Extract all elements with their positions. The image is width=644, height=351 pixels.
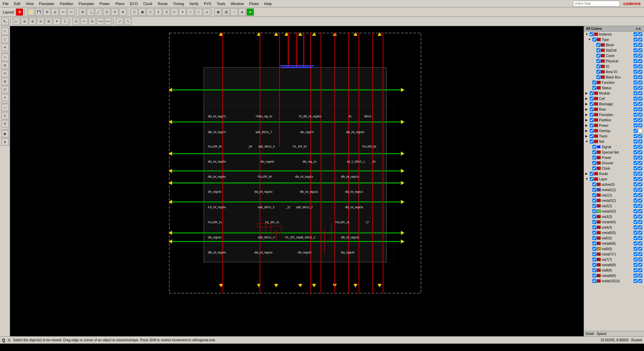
sb-b3[interactable]: ⊟ [1, 70, 9, 77]
check-blockage[interactable] [590, 102, 594, 106]
vis-via4[interactable] [634, 225, 638, 229]
sel-net-power[interactable] [638, 156, 642, 160]
tree-clock-net[interactable]: ▶ Clock [584, 166, 644, 171]
sel-cover[interactable] [638, 54, 642, 58]
tree-via5[interactable]: ▶ via5(5) [584, 235, 644, 241]
tree-net[interactable]: ▼ Net [584, 139, 644, 144]
vis-function[interactable] [634, 80, 638, 84]
tb2-b9[interactable]: ✂ [80, 18, 88, 25]
tree-function[interactable]: ▶ Function [584, 80, 644, 85]
vis-via2[interactable] [634, 204, 638, 208]
menu-edit[interactable]: Edit [11, 1, 23, 6]
sel-active[interactable] [638, 182, 642, 186]
sel-blockage[interactable] [638, 102, 642, 106]
sel-specialnet[interactable] [638, 150, 642, 154]
tb-route1[interactable]: ⊹ [195, 8, 202, 16]
check-via7[interactable] [592, 257, 596, 261]
check-cell[interactable] [590, 97, 594, 101]
expander-route[interactable]: ▶ [585, 172, 589, 175]
sel-cell[interactable] [638, 97, 642, 101]
vis-specialnet[interactable] [634, 150, 638, 154]
check-status[interactable] [592, 86, 596, 90]
tb-green[interactable]: ● [247, 8, 254, 16]
menu-pvs[interactable]: PVS [201, 1, 214, 6]
vis-module[interactable] [634, 91, 638, 95]
tb-undo[interactable]: ↩ [59, 8, 67, 16]
vis-status[interactable] [634, 86, 638, 90]
tb-view1[interactable]: ▦ [214, 8, 222, 16]
check-module[interactable] [590, 91, 594, 95]
tb-fit[interactable]: ⊞ [79, 8, 86, 16]
vis-metal7[interactable] [634, 252, 638, 256]
vis-net[interactable] [634, 139, 638, 143]
menu-verify[interactable]: Verify [186, 1, 201, 6]
check-signal[interactable] [592, 145, 596, 149]
vis-via8[interactable] [634, 268, 638, 272]
check-blackbox[interactable] [596, 75, 600, 79]
sel-via7[interactable] [638, 257, 642, 261]
check-route[interactable] [590, 172, 594, 176]
tree-overlay[interactable]: ▶ Overlay [584, 128, 644, 133]
vis-areaio[interactable] [634, 70, 638, 74]
vis-active[interactable] [634, 182, 638, 186]
vis-cover[interactable] [634, 54, 638, 58]
vis-metal4[interactable] [634, 220, 638, 224]
check-type[interactable] [592, 38, 596, 42]
sel-blackbox[interactable] [638, 75, 642, 79]
tb-center[interactable]: ⊕ [119, 8, 126, 16]
tree-signal[interactable]: ▶ Signal [584, 144, 644, 150]
tree-status[interactable]: ▶ Status [584, 85, 644, 91]
check-specialnet[interactable] [592, 150, 596, 154]
sel-io[interactable] [638, 64, 642, 68]
vis-via7[interactable] [634, 257, 638, 261]
sel-via2[interactable] [638, 204, 642, 208]
tb-net[interactable]: ⊻ [163, 8, 170, 16]
vis-partition[interactable] [634, 118, 638, 122]
tree-blockage[interactable]: ▶ Blockage [584, 101, 644, 107]
tree-active[interactable]: ▶ active(0) [584, 182, 644, 187]
sel-overlay[interactable] [638, 129, 642, 133]
tb-save[interactable]: 💾 [35, 8, 43, 16]
expander-net[interactable]: ▼ [585, 140, 589, 143]
vis-metal10[interactable] [634, 279, 638, 283]
tb-zoom-out[interactable]: 🔎 [95, 8, 102, 16]
tree-physical[interactable]: ▶ Physical [584, 58, 644, 64]
tb-print[interactable]: 🖨 [51, 8, 59, 16]
check-metal3[interactable] [592, 209, 596, 213]
check-function[interactable] [592, 80, 596, 84]
check-metal4[interactable] [592, 220, 596, 224]
vis-power[interactable] [634, 123, 638, 127]
sel-ground[interactable] [638, 161, 642, 165]
tree-specialnet[interactable]: ▶ Special Net [584, 150, 644, 155]
check-via6[interactable] [592, 247, 596, 251]
menu-view[interactable]: View [23, 1, 37, 6]
tree-track[interactable]: ▶ Track [584, 133, 644, 139]
sel-function[interactable] [638, 80, 642, 84]
sel-via1[interactable] [638, 193, 642, 197]
tb2-b1[interactable]: ▷ [13, 18, 20, 25]
tree-instance[interactable]: ▼ Instance [584, 32, 644, 37]
check-clock-net[interactable] [592, 166, 596, 170]
tree-metal8[interactable]: ▶ metal8(8) [584, 262, 644, 268]
tb-props[interactable]: ≡ [171, 8, 178, 16]
tb2-b5[interactable]: ⊞ [45, 18, 52, 25]
check-net[interactable] [590, 139, 594, 143]
tb-star-btn[interactable]: ★ [16, 8, 23, 16]
check-metal2[interactable] [592, 198, 596, 202]
vis-metal3[interactable] [634, 209, 638, 213]
tb-select2[interactable]: ▣ [139, 8, 146, 16]
check-metal1[interactable] [592, 188, 596, 192]
tb-view3[interactable]: ○ [230, 8, 238, 16]
tb2-b4[interactable]: ≋ [37, 18, 44, 25]
menu-window[interactable]: Window [228, 1, 247, 6]
sel-areaio[interactable] [638, 70, 642, 74]
vis-clock-net[interactable] [634, 166, 638, 170]
menu-floorplan[interactable]: Floorplan [36, 1, 57, 6]
vis-stdcell[interactable] [634, 48, 638, 52]
sb-b8[interactable]: ⊻ [1, 112, 9, 119]
check-power[interactable] [590, 123, 594, 127]
check-via3[interactable] [592, 215, 596, 219]
sel-track[interactable] [638, 134, 642, 138]
check-physical[interactable] [596, 59, 600, 63]
tb2-b8[interactable]: ⊡ [72, 18, 80, 25]
